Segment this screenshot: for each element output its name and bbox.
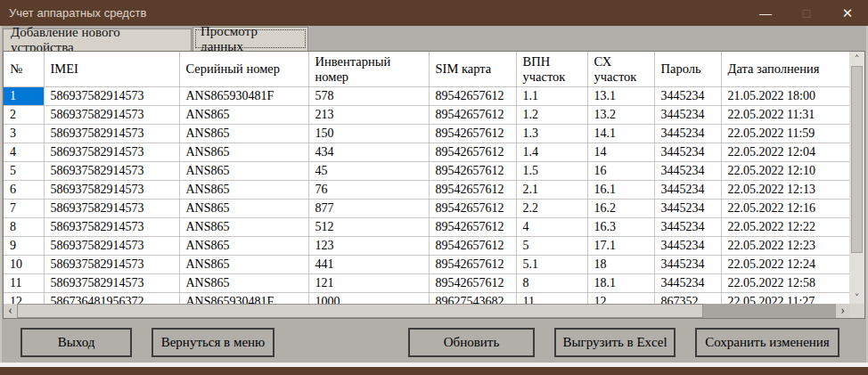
grid-cell[interactable]: ANS865 bbox=[179, 274, 308, 293]
grid-cell[interactable]: 1.3 bbox=[516, 125, 587, 143]
grid-cell[interactable]: 89542657612 bbox=[429, 256, 516, 274]
grid-cell[interactable]: 22.05.2022 12:23 bbox=[721, 237, 849, 256]
grid-cell[interactable]: 1.2 bbox=[516, 106, 587, 125]
grid-cell[interactable]: 16 bbox=[587, 162, 654, 181]
grid-cell[interactable]: 10 bbox=[4, 256, 44, 274]
grid-cell[interactable]: 89542657612 bbox=[429, 274, 516, 293]
grid-cell[interactable]: 434 bbox=[308, 143, 429, 162]
grid-cell[interactable]: 150 bbox=[308, 125, 429, 143]
grid-cell[interactable]: 14 bbox=[587, 143, 654, 162]
grid-cell[interactable]: 7 bbox=[4, 200, 44, 218]
grid-cell[interactable]: 11 bbox=[4, 274, 44, 293]
grid-cell[interactable]: 3445234 bbox=[654, 218, 721, 237]
grid-cell[interactable]: 3445234 bbox=[654, 143, 721, 162]
scroll-left-icon[interactable]: ‹ bbox=[4, 304, 17, 318]
grid-cell[interactable]: 22.05.2022 11:31 bbox=[721, 106, 849, 125]
grid-cell[interactable]: ANS865 bbox=[179, 237, 308, 256]
column-header[interactable]: Пароль bbox=[654, 52, 721, 87]
grid-cell[interactable]: 89542657612 bbox=[429, 218, 516, 237]
save-changes-button[interactable]: Сохранить изменения bbox=[695, 328, 839, 357]
grid-cell[interactable]: 1.5 bbox=[516, 162, 587, 181]
grid-cell[interactable]: 586937582914573 bbox=[44, 274, 179, 293]
vertical-scrollbar-thumb[interactable] bbox=[851, 66, 863, 253]
grid-cell[interactable]: 89542657612 bbox=[429, 106, 516, 125]
grid-cell[interactable]: 8 bbox=[516, 274, 587, 293]
grid-cell[interactable]: 578 bbox=[308, 87, 429, 106]
grid-cell[interactable]: ANS865 bbox=[179, 256, 308, 274]
grid-cell[interactable]: ANS865930481F bbox=[179, 87, 308, 106]
grid-cell[interactable]: ANS865 bbox=[179, 106, 308, 125]
grid-cell[interactable]: 3445234 bbox=[654, 237, 721, 256]
grid-cell[interactable]: 5 bbox=[4, 162, 44, 181]
grid-cell[interactable]: ANS865 bbox=[179, 181, 308, 200]
column-header[interactable]: IMEI bbox=[44, 52, 179, 87]
grid-cell[interactable]: 5 bbox=[516, 237, 587, 256]
maximize-button[interactable]: □ bbox=[786, 0, 827, 26]
grid-cell[interactable]: 17.1 bbox=[587, 237, 654, 256]
grid-cell[interactable]: 16.1 bbox=[587, 181, 654, 200]
grid-cell[interactable]: 586937582914573 bbox=[44, 237, 179, 256]
grid-cell[interactable]: 2.1 bbox=[516, 181, 587, 200]
grid-cell[interactable]: 6 bbox=[4, 181, 44, 200]
grid-cell[interactable]: 22.05.2022 12:13 bbox=[721, 181, 849, 200]
scroll-right-icon[interactable]: › bbox=[836, 304, 849, 318]
grid-cell[interactable]: 213 bbox=[308, 106, 429, 125]
grid-cell[interactable]: 21.05.2022 18:00 bbox=[721, 87, 849, 106]
column-header[interactable]: Дата заполнения bbox=[721, 52, 849, 87]
grid-cell[interactable]: 22.05.2022 12:58 bbox=[721, 274, 849, 293]
return-to-menu-button[interactable]: Вернуться в меню bbox=[151, 328, 274, 357]
column-header[interactable]: SIM карта bbox=[429, 52, 516, 87]
grid-cell[interactable]: 89542657612 bbox=[429, 125, 516, 143]
column-header[interactable]: Серийный номер bbox=[179, 52, 308, 87]
grid-cell[interactable]: 586937582914573 bbox=[44, 162, 179, 181]
scroll-down-icon[interactable]: ˅ bbox=[849, 290, 864, 305]
grid-cell[interactable]: 89542657612 bbox=[429, 143, 516, 162]
grid-cell[interactable]: 13.2 bbox=[587, 106, 654, 125]
scroll-up-icon[interactable]: ˄ bbox=[849, 52, 864, 66]
grid-cell[interactable]: 586937582914573 bbox=[44, 200, 179, 218]
grid-cell[interactable]: 123 bbox=[308, 237, 429, 256]
grid-cell[interactable]: ANS865 bbox=[179, 162, 308, 181]
grid-cell[interactable]: 4 bbox=[4, 143, 44, 162]
grid-cell[interactable]: 18.1 bbox=[587, 274, 654, 293]
grid-cell[interactable]: 89542657612 bbox=[429, 162, 516, 181]
grid-cell[interactable]: 18 bbox=[587, 256, 654, 274]
column-header[interactable]: ВПН участок bbox=[516, 52, 587, 87]
grid-cell[interactable]: ANS865 bbox=[179, 200, 308, 218]
grid-cell[interactable]: 89542657612 bbox=[429, 237, 516, 256]
grid-cell[interactable]: 89542657612 bbox=[429, 181, 516, 200]
grid-cell[interactable]: 586937582914573 bbox=[44, 87, 179, 106]
grid-cell[interactable]: ANS865 bbox=[179, 125, 308, 143]
grid-cell[interactable]: 3445234 bbox=[654, 125, 721, 143]
column-header[interactable]: СХ участок bbox=[587, 52, 654, 87]
grid-cell[interactable]: 8 bbox=[4, 218, 44, 237]
column-header[interactable]: Инвентарный номер bbox=[308, 52, 429, 87]
grid-cell[interactable]: 2 bbox=[4, 106, 44, 125]
grid-cell[interactable]: 89542657612 bbox=[429, 87, 516, 106]
column-header[interactable]: № bbox=[4, 52, 44, 87]
grid-cell[interactable]: 3 bbox=[4, 125, 44, 143]
grid-cell[interactable]: 1.1 bbox=[516, 87, 587, 106]
grid-cell[interactable]: 3445234 bbox=[654, 274, 721, 293]
grid-cell[interactable]: 121 bbox=[308, 274, 429, 293]
grid-cell[interactable]: 89542657612 bbox=[429, 200, 516, 218]
vertical-scrollbar[interactable]: ˄ ˅ bbox=[849, 52, 864, 305]
grid-cell[interactable]: 22.05.2022 12:22 bbox=[721, 218, 849, 237]
grid-cell[interactable]: 4 bbox=[516, 218, 587, 237]
grid-cell[interactable]: 16.3 bbox=[587, 218, 654, 237]
grid-cell[interactable]: 586937582914573 bbox=[44, 106, 179, 125]
grid-cell[interactable]: 16.2 bbox=[587, 200, 654, 218]
grid-cell[interactable]: 586937582914573 bbox=[44, 125, 179, 143]
grid-cell[interactable]: 5.1 bbox=[516, 256, 587, 274]
refresh-button[interactable]: Обновить bbox=[408, 328, 535, 357]
grid-cell[interactable]: 586937582914573 bbox=[44, 143, 179, 162]
grid-cell[interactable]: 22.05.2022 12:16 bbox=[721, 200, 849, 218]
horizontal-scrollbar-thumb[interactable] bbox=[17, 304, 703, 318]
minimize-button[interactable]: — bbox=[745, 0, 786, 26]
grid-cell[interactable]: 22.05.2022 12:24 bbox=[721, 256, 849, 274]
grid-cell[interactable]: 1 bbox=[4, 87, 44, 106]
grid-cell[interactable]: ANS865 bbox=[179, 143, 308, 162]
grid-cell[interactable]: 3445234 bbox=[654, 87, 721, 106]
grid-cell[interactable]: 22.05.2022 11:59 bbox=[721, 125, 849, 143]
grid-cell[interactable]: 22.05.2022 12:04 bbox=[721, 143, 849, 162]
